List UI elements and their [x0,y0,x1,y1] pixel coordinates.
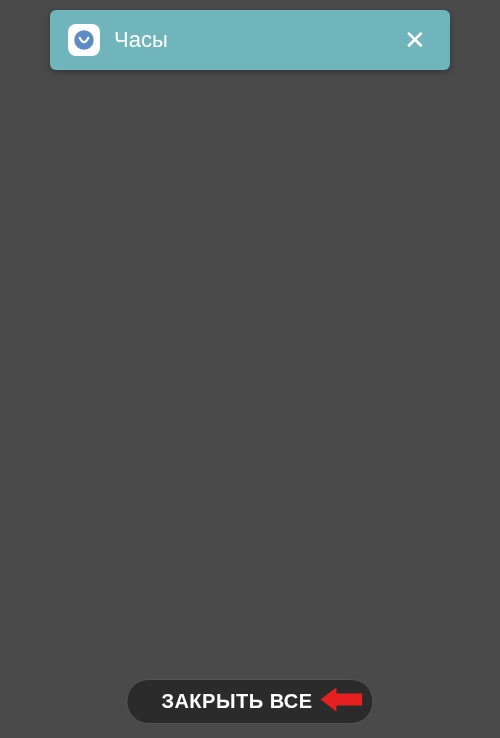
recent-app-title: Часы [114,27,398,53]
arrow-left-icon [321,686,363,717]
clock-icon [68,24,100,56]
close-all-button[interactable]: ЗАКРЫТЬ ВСЕ [126,679,373,724]
close-icon[interactable]: ✕ [398,19,432,62]
recent-app-card-clock[interactable]: Часы ✕ [50,10,450,70]
close-all-label: ЗАКРЫТЬ ВСЕ [161,690,312,713]
svg-point-0 [74,30,94,50]
